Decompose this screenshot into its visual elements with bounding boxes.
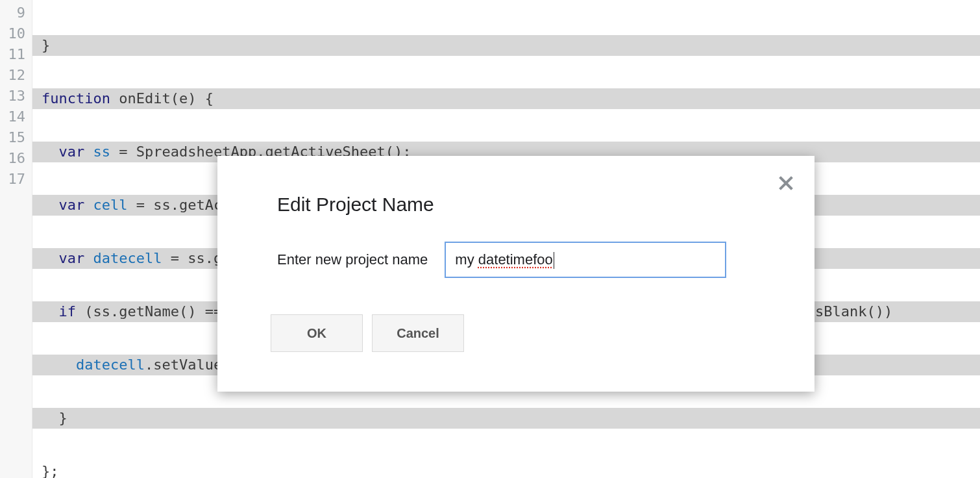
line-number: 10 (0, 23, 32, 44)
ok-button[interactable]: OK (271, 314, 363, 352)
line-number: 16 (0, 148, 32, 169)
code-line: } (32, 35, 980, 56)
line-number: 9 (0, 3, 32, 23)
cancel-button[interactable]: Cancel (372, 314, 464, 352)
close-icon[interactable] (776, 173, 796, 194)
line-number: 14 (0, 107, 32, 127)
project-name-label: Enter new project name (277, 251, 428, 268)
edit-project-name-dialog: Edit Project Name Enter new project name… (217, 156, 815, 392)
code-line: function onEdit(e) { (32, 88, 980, 109)
code-editor: 9 10 11 12 13 14 15 16 17 } function onE… (0, 0, 980, 478)
line-number: 12 (0, 65, 32, 86)
line-number: 17 (0, 169, 32, 190)
dialog-title: Edit Project Name (217, 156, 815, 216)
line-number-gutter: 9 10 11 12 13 14 15 16 17 (0, 0, 32, 478)
line-number: 13 (0, 86, 32, 107)
code-line: }; (32, 461, 980, 478)
project-name-input[interactable] (445, 242, 726, 278)
line-number: 11 (0, 44, 32, 65)
line-number: 15 (0, 127, 32, 148)
code-line: } (32, 408, 980, 429)
